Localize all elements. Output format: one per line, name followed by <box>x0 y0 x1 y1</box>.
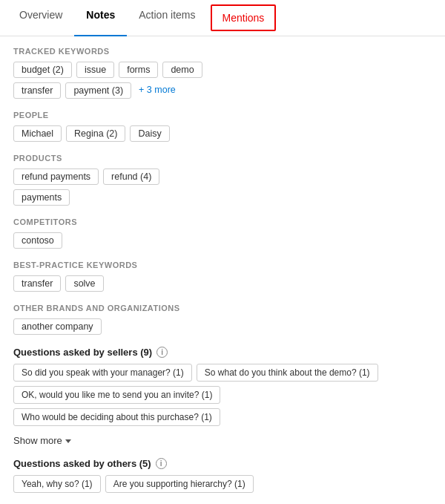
tab-overview[interactable]: Overview <box>7 0 74 36</box>
products-tags: refund payments refund (4) <box>13 168 432 185</box>
tab-bar: Overview Notes Action items Mentions <box>0 0 445 36</box>
question-tag-3[interactable]: OK, would you like me to send you an inv… <box>13 386 220 404</box>
questions-others-tags: Yeah, why so? (1) Are you supporting hie… <box>13 475 432 493</box>
tracked-keywords-tags: budget (2) issue forms demo <box>13 62 432 78</box>
questions-others-title: Questions asked by others (5) i <box>13 458 432 469</box>
tag-contoso[interactable]: contoso <box>13 232 62 249</box>
questions-sellers-title: Questions asked by sellers (9) i <box>13 347 432 358</box>
tag-payment[interactable]: payment (3) <box>65 82 131 99</box>
competitors-tags: contoso <box>13 232 432 249</box>
section-best-practice: BEST-PRACTICE KEYWORDS transfer solve <box>13 261 432 292</box>
question-tag-others-2[interactable]: Are you supporting hierarchy? (1) <box>105 475 254 493</box>
people-tags: Michael Regina (2) Daisy <box>13 125 432 142</box>
questions-sellers-info-icon[interactable]: i <box>156 347 168 358</box>
tag-regina[interactable]: Regina (2) <box>66 125 125 142</box>
best-practice-title: BEST-PRACTICE KEYWORDS <box>13 261 432 269</box>
section-tracked-keywords: TRACKED KEYWORDS budget (2) issue forms … <box>13 47 432 99</box>
best-practice-tags: transfer solve <box>13 275 432 292</box>
tracked-keywords-tags-row2: transfer payment (3) + 3 more <box>13 82 432 99</box>
people-title: PEOPLE <box>13 111 432 120</box>
tag-budget[interactable]: budget (2) <box>13 62 72 78</box>
products-tags-row2: payments <box>13 189 432 206</box>
section-questions-others: Questions asked by others (5) i Yeah, wh… <box>13 458 432 493</box>
tab-mentions[interactable]: Mentions <box>211 4 277 31</box>
questions-sellers-tags-row2: OK, would you like me to send you an inv… <box>13 386 432 426</box>
other-brands-tags: another company <box>13 318 432 335</box>
tag-payments[interactable]: payments <box>13 189 70 206</box>
chevron-down-icon <box>65 439 71 443</box>
tag-another-company[interactable]: another company <box>13 318 102 335</box>
section-other-brands: OTHER BRANDS AND ORGANIZATIONS another c… <box>13 304 432 335</box>
question-tag-2[interactable]: So what do you think about the demo? (1) <box>197 364 378 382</box>
tag-demo[interactable]: demo <box>162 62 202 78</box>
tag-forms[interactable]: forms <box>119 62 158 78</box>
tag-daisy[interactable]: Daisy <box>130 125 169 142</box>
tab-notes[interactable]: Notes <box>74 0 127 36</box>
tag-solve[interactable]: solve <box>65 275 103 292</box>
section-people: PEOPLE Michael Regina (2) Daisy <box>13 111 432 142</box>
question-tag-4[interactable]: Who would be deciding about this purchas… <box>13 408 220 426</box>
tag-transfer-bp[interactable]: transfer <box>13 275 61 292</box>
section-products: PRODUCTS refund payments refund (4) paym… <box>13 154 432 206</box>
competitors-title: COMPETITORS <box>13 217 432 226</box>
questions-sellers-tags: So did you speak with your manager? (1) … <box>13 364 432 382</box>
tracked-keywords-title: TRACKED KEYWORDS <box>13 47 432 56</box>
tag-refund-payments[interactable]: refund payments <box>13 168 99 185</box>
question-tag-1[interactable]: So did you speak with your manager? (1) <box>13 364 192 382</box>
products-title: PRODUCTS <box>13 154 432 163</box>
tag-transfer[interactable]: transfer <box>13 82 61 99</box>
section-competitors: COMPETITORS contoso <box>13 217 432 249</box>
tag-michael[interactable]: Michael <box>13 125 62 142</box>
more-keywords-link[interactable]: + 3 more <box>136 82 179 99</box>
tag-issue[interactable]: issue <box>76 62 114 78</box>
tag-refund[interactable]: refund (4) <box>103 168 159 185</box>
questions-others-info-icon[interactable]: i <box>156 458 167 469</box>
tab-action-items[interactable]: Action items <box>127 0 207 36</box>
other-brands-title: OTHER BRANDS AND ORGANIZATIONS <box>13 304 432 312</box>
question-tag-others-1[interactable]: Yeah, why so? (1) <box>13 475 101 493</box>
main-content: TRACKED KEYWORDS budget (2) issue forms … <box>0 36 445 504</box>
section-questions-sellers: Questions asked by sellers (9) i So did … <box>13 347 432 448</box>
show-more-button[interactable]: Show more <box>13 433 71 448</box>
